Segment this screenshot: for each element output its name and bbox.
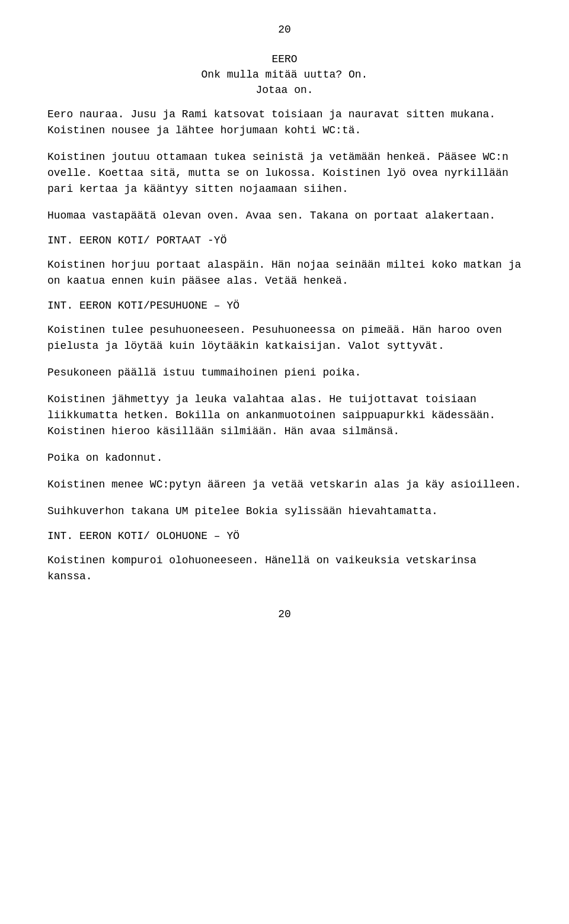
scene-heading-0: INT. EERON KOTI/ PORTAAT -YÖ <box>47 235 522 246</box>
action-block-1: Koistinen joutuu ottamaan tukea seinistä… <box>47 149 522 197</box>
action-block-8: Koistinen menee WC:pytyn ääreen ja vetää… <box>47 477 522 493</box>
dialogue-line-2: Jotaa on. <box>47 84 522 96</box>
action-block-7: Poika on kadonnut. <box>47 450 522 466</box>
action-block-10: Koistinen kompuroi olohuoneeseen. Hänell… <box>47 553 522 585</box>
action-block-5: Pesukoneen päällä istuu tummaihoinen pie… <box>47 365 522 381</box>
action-block-3: Koistinen horjuu portaat alaspäin. Hän n… <box>47 257 522 289</box>
action-block-9: Suihkuverhon takana UM pitelee Bokia syl… <box>47 503 522 519</box>
scene-heading-1: INT. EERON KOTI/PESUHUONE – YÖ <box>47 300 522 312</box>
page-number-bottom: 20 <box>47 608 522 620</box>
character-name: EERO <box>47 53 522 65</box>
action-block-4: Koistinen tulee pesuhuoneeseen. Pesuhuon… <box>47 322 522 354</box>
page-container: 20 EERO Onk mulla mitää uutta? On. Jotaa… <box>0 0 569 924</box>
page-number-top: 20 <box>47 24 522 36</box>
scene-heading-2: INT. EERON KOTI/ OLOHUONE – YÖ <box>47 530 522 542</box>
action-block-6: Koistinen jähmettyy ja leuka valahtaa al… <box>47 392 522 439</box>
action-block-2: Huomaa vastapäätä olevan oven. Avaa sen.… <box>47 208 522 224</box>
action-block-0: Eero nauraa. Jusu ja Rami katsovat toisi… <box>47 107 522 139</box>
dialogue-line-1: Onk mulla mitää uutta? On. <box>47 69 522 81</box>
